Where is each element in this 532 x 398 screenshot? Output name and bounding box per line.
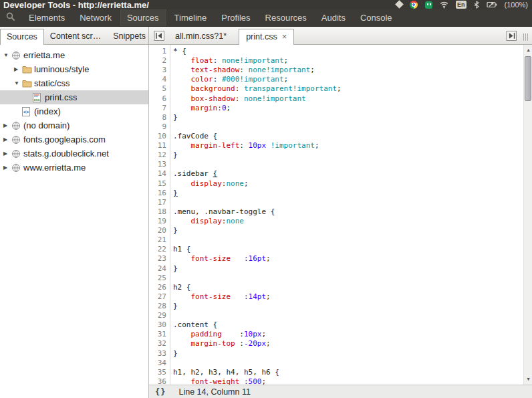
line-number[interactable]: 32 [149, 339, 170, 349]
code-line[interactable]: box-shadow: none!important [173, 94, 532, 104]
line-number[interactable]: 8 [149, 113, 170, 122]
scroll-down-icon[interactable]: ▼ [524, 375, 532, 383]
code-line[interactable]: .favCode { [173, 132, 532, 141]
line-number[interactable]: 24 [149, 264, 170, 274]
tab-elements[interactable]: Elements [21, 9, 72, 26]
collapse-sidebar-button[interactable] [154, 30, 165, 41]
code-line[interactable]: font-size :16pt; [173, 254, 532, 264]
tab-profiles[interactable]: Profiles [214, 9, 257, 26]
code-line[interactable]: margin-left: 10px !important; [173, 141, 532, 151]
code-line[interactable]: } [173, 302, 532, 311]
code-line[interactable]: } [173, 113, 532, 122]
code-line[interactable]: h1, h2, h3, h4, h5, h6 { [173, 368, 532, 377]
code-line[interactable]: h2 { [173, 283, 532, 292]
expand-arrow[interactable]: ▶ [3, 136, 11, 142]
code-line[interactable] [173, 311, 532, 320]
line-number[interactable]: 25 [149, 274, 170, 283]
line-number[interactable]: 14 [149, 169, 170, 179]
line-number[interactable]: 5 [149, 84, 170, 94]
code-line[interactable]: padding :10px; [173, 330, 532, 339]
bluetooth-icon[interactable] [474, 1, 479, 9]
code-line[interactable] [173, 198, 532, 207]
line-number[interactable]: 6 [149, 94, 170, 104]
tab-console[interactable]: Console [353, 9, 400, 26]
code-line[interactable] [173, 122, 532, 132]
pretty-print-button[interactable]: {} [155, 387, 166, 397]
wifi-icon[interactable] [440, 1, 448, 9]
tab-timeline[interactable]: Timeline [167, 9, 215, 26]
show-drawer-button[interactable] [506, 30, 517, 44]
tree-item-static-css[interactable]: ▼ static/css [0, 76, 148, 90]
code-line[interactable]: font-weight :500; [173, 377, 532, 385]
code-line[interactable]: h1 { [173, 245, 532, 254]
file-tab-all-min-css[interactable]: all.min.css?1* [168, 29, 233, 44]
line-number[interactable]: 7 [149, 104, 170, 113]
code-line[interactable]: float: none!important; [173, 56, 532, 66]
expand-arrow[interactable]: ▶ [3, 151, 11, 157]
close-tab-icon[interactable]: × [282, 33, 287, 40]
tree-item-index[interactable]: <> (index) [0, 104, 148, 118]
code-line[interactable]: } [173, 151, 532, 160]
code-line[interactable]: display:none; [173, 179, 532, 189]
expand-arrow[interactable]: ▶ [3, 122, 11, 128]
scrollbar-thumb[interactable] [525, 56, 531, 101]
hangouts-icon[interactable] [425, 1, 432, 9]
line-number[interactable]: 36 [149, 377, 170, 385]
line-number[interactable]: 12 [149, 151, 170, 160]
vertical-scrollbar[interactable]: ▲ ▼ [523, 45, 532, 385]
keyboard-layout-indicator[interactable]: En [456, 1, 467, 9]
line-number[interactable]: 34 [149, 359, 170, 368]
panel-tab-snippets[interactable]: Snippets [107, 29, 152, 44]
code-line[interactable]: text-shadow: none!important; [173, 66, 532, 75]
code-line[interactable]: margin:0; [173, 104, 532, 113]
line-number[interactable]: 19 [149, 217, 170, 226]
tab-audits[interactable]: Audits [314, 9, 353, 26]
line-number[interactable]: 18 [149, 207, 170, 217]
line-number[interactable]: 23 [149, 254, 170, 264]
panel-tab-sources[interactable]: Sources [0, 29, 44, 45]
code-line[interactable]: } [173, 264, 532, 274]
search-button[interactable] [0, 9, 21, 26]
code-line[interactable]: .menu, .navbar-toggle { [173, 207, 532, 217]
code-editor[interactable]: 1234567891011121314151617181920212223242… [149, 45, 532, 385]
tree-item-www-errietta-me[interactable]: ▶ www.errietta.me [0, 161, 148, 175]
battery-icon[interactable] [487, 1, 497, 9]
expand-arrow[interactable]: ▼ [14, 80, 22, 86]
splitter-grip[interactable] [523, 33, 528, 41]
line-number[interactable]: 29 [149, 311, 170, 320]
line-number[interactable]: 26 [149, 283, 170, 292]
expand-arrow[interactable]: ▶ [3, 165, 11, 171]
line-number[interactable]: 17 [149, 198, 170, 207]
tree-item-stats-doubleclick[interactable]: ▶ stats.g.doubleclick.net [0, 146, 148, 161]
tree-item-print-css[interactable]: css print.css [0, 90, 148, 104]
line-number[interactable]: 28 [149, 302, 170, 311]
line-number[interactable]: 15 [149, 179, 170, 189]
file-tab-print-css[interactable]: print.css × [239, 29, 294, 45]
code-line[interactable]: .content { [173, 320, 532, 330]
code-line[interactable] [173, 160, 532, 169]
code-line[interactable]: display:none [173, 217, 532, 226]
code-line[interactable]: background: transparent!important; [173, 84, 532, 94]
line-number[interactable]: 3 [149, 66, 170, 75]
code-line[interactable]: } [173, 349, 532, 359]
tab-sources[interactable]: Sources [119, 9, 167, 26]
line-number[interactable]: 4 [149, 75, 170, 84]
tree-item-errietta-me[interactable]: ▼ errietta.me [0, 48, 148, 62]
line-number[interactable]: 20 [149, 226, 170, 235]
expand-arrow[interactable]: ▼ [3, 52, 11, 58]
line-number[interactable]: 27 [149, 292, 170, 302]
code-line[interactable]: font-size :14pt; [173, 292, 532, 302]
line-number[interactable]: 31 [149, 330, 170, 339]
line-number[interactable]: 21 [149, 235, 170, 245]
tree-item-luminous-style[interactable]: ▶ luminous/style [0, 62, 148, 76]
line-number[interactable]: 13 [149, 160, 170, 169]
code-line[interactable] [173, 235, 532, 245]
code-line[interactable]: color: #000!important; [173, 75, 532, 84]
code-line[interactable] [173, 359, 532, 368]
line-number[interactable]: 30 [149, 320, 170, 330]
line-number[interactable]: 9 [149, 122, 170, 132]
line-number[interactable]: 2 [149, 56, 170, 66]
line-number[interactable]: 11 [149, 141, 170, 151]
line-number[interactable]: 16 [149, 189, 170, 198]
tab-resources[interactable]: Resources [258, 9, 314, 26]
